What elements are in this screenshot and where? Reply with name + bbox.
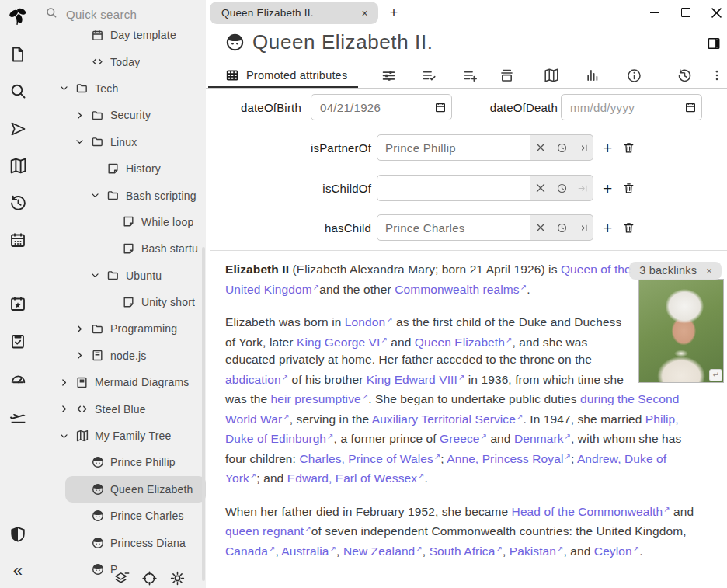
add-relation-button[interactable]: + (603, 140, 612, 156)
revisions-icon[interactable] (673, 64, 696, 87)
backlinks-close-icon[interactable]: × (706, 265, 712, 277)
tab-close-icon[interactable]: × (362, 8, 368, 19)
collapse-panel-icon[interactable]: « (0, 561, 36, 581)
delete-relation-icon[interactable] (622, 182, 635, 195)
queen-elizabeth-photo[interactable]: ↵ (638, 279, 724, 383)
task-list-icon[interactable] (0, 332, 36, 350)
quick-search-input[interactable] (64, 7, 184, 22)
tree-item[interactable]: Programming (36, 315, 206, 342)
chevron-down-icon[interactable] (90, 270, 106, 280)
calendar-picker-icon[interactable] (430, 101, 451, 113)
tree-settings-gear-icon[interactable] (169, 570, 186, 586)
bookmarked-calendar-icon[interactable] (0, 294, 36, 313)
doc-link[interactable]: Queen Elizabeth↗ (415, 336, 513, 349)
note-archive-icon[interactable] (495, 64, 518, 87)
chevron-down-icon[interactable] (59, 83, 75, 93)
tree-item[interactable]: Day template (36, 22, 206, 48)
tree-item[interactable]: Prince Charles (36, 503, 206, 529)
new-note-icon[interactable] (0, 45, 36, 64)
doc-link[interactable]: abdication↗ (225, 373, 288, 386)
chevron-right-icon[interactable] (59, 378, 75, 388)
note-info-icon[interactable] (622, 64, 645, 87)
chevron-right-icon[interactable] (75, 324, 91, 334)
dateOfDeath-input[interactable] (561, 94, 702, 120)
note-title[interactable]: Queen Elizabeth II. (252, 30, 433, 54)
quick-search[interactable] (45, 6, 184, 22)
add-attribute-icon[interactable] (458, 64, 482, 87)
doc-link[interactable]: Anne, Princess Royal↗ (447, 452, 571, 465)
tree-item[interactable]: Bash scripting (36, 182, 206, 208)
delete-relation-icon[interactable] (622, 141, 635, 155)
add-relation-button[interactable]: + (603, 220, 612, 236)
new-tab-button[interactable]: + (384, 2, 403, 23)
window-minimize-button[interactable] (643, 0, 666, 25)
protected-session-icon[interactable] (0, 525, 36, 544)
go-to-target-icon[interactable] (572, 134, 593, 161)
hasChild-input[interactable] (377, 214, 530, 241)
search-icon[interactable] (0, 82, 36, 100)
tree-item[interactable]: While loop (36, 209, 206, 235)
time-icon[interactable] (551, 134, 572, 161)
clear-relation-icon[interactable] (530, 175, 551, 201)
collapse-subtree-icon[interactable] (113, 570, 130, 586)
doc-link[interactable]: South Africa↗ (430, 545, 503, 558)
chevron-down-icon[interactable] (59, 431, 75, 441)
doc-link[interactable]: Commonwealth realms↗ (395, 283, 527, 296)
doc-link[interactable]: Ceylon↗ (594, 545, 639, 558)
backlinks-badge[interactable]: 3 backlinks × (629, 262, 722, 280)
time-icon[interactable] (551, 214, 572, 241)
window-close-button[interactable] (704, 0, 727, 25)
calendar-picker-icon[interactable] (680, 101, 701, 113)
go-to-target-icon[interactable] (572, 214, 593, 241)
add-relation-button[interactable]: + (603, 180, 612, 197)
isPartnerOf-value[interactable] (377, 135, 530, 160)
recent-changes-icon[interactable] (0, 193, 36, 213)
tree-item[interactable]: Linux (36, 129, 206, 155)
owned-attributes-icon[interactable] (417, 64, 440, 87)
chevron-right-icon[interactable] (75, 350, 91, 360)
tree-item[interactable]: Tech (36, 75, 206, 102)
tab-queen-elizabeth[interactable]: Queen Elizabeth II. × (210, 2, 378, 24)
tree-scrollbar[interactable] (202, 247, 205, 581)
toggle-right-pane-icon[interactable] (706, 36, 722, 54)
tree-item[interactable]: Unity short (36, 289, 206, 315)
doc-link[interactable]: queen regnant↗ (225, 524, 311, 538)
dateOfBirth-value[interactable] (311, 101, 430, 114)
tree-item[interactable]: History (36, 155, 206, 182)
doc-link[interactable]: Head of the Commonwealth↗ (512, 505, 670, 518)
scroll-to-active-note-icon[interactable] (141, 570, 158, 586)
doc-link[interactable]: Denmark↗ (514, 432, 571, 445)
jump-to-note-icon[interactable] (0, 120, 36, 138)
isPartnerOf-input[interactable] (377, 134, 530, 161)
hasChild-value[interactable] (377, 215, 530, 240)
note-content[interactable]: Elizabeth II (Elizabeth Alexandra Mary; … (225, 261, 704, 573)
doc-link[interactable]: London↗ (345, 315, 393, 329)
image-caption-handle-icon[interactable]: ↵ (709, 369, 722, 381)
tree-item[interactable]: Ubuntu (36, 263, 206, 289)
chevron-down-icon[interactable] (75, 137, 91, 147)
dateOfBirth-input[interactable] (311, 94, 452, 120)
tab-promoted-attributes[interactable]: Promoted attributes (208, 64, 358, 88)
clear-relation-icon[interactable] (530, 134, 551, 161)
window-maximize-button[interactable] (674, 0, 697, 25)
doc-link[interactable]: Charles, Prince of Wales↗ (299, 452, 440, 465)
tree-item[interactable]: Queen Elizabeth (65, 476, 206, 503)
chevron-right-icon[interactable] (75, 110, 91, 120)
chevron-down-icon[interactable] (90, 190, 106, 200)
doc-link[interactable]: Canada↗ (225, 545, 275, 558)
more-menu-icon[interactable] (705, 64, 727, 87)
tree-item[interactable]: Steel Blue (36, 395, 206, 422)
isChildOf-input[interactable] (377, 175, 530, 201)
tree-item[interactable]: Mermaid Diagrams (36, 369, 206, 395)
tree-item[interactable]: Security (36, 102, 206, 128)
calendar-icon[interactable] (0, 231, 36, 249)
clear-relation-icon[interactable] (530, 214, 551, 241)
doc-link[interactable]: Pakistan↗ (510, 545, 564, 558)
note-statistics-icon[interactable] (581, 64, 604, 87)
travel-plane-icon[interactable] (0, 406, 36, 426)
doc-link[interactable]: Australia↗ (281, 545, 336, 558)
trilium-logo-icon[interactable] (0, 5, 36, 30)
tree-item[interactable]: Bash startu (36, 235, 206, 262)
tree-item[interactable]: Prince Phillip (36, 449, 206, 475)
chevron-right-icon[interactable] (59, 404, 75, 414)
